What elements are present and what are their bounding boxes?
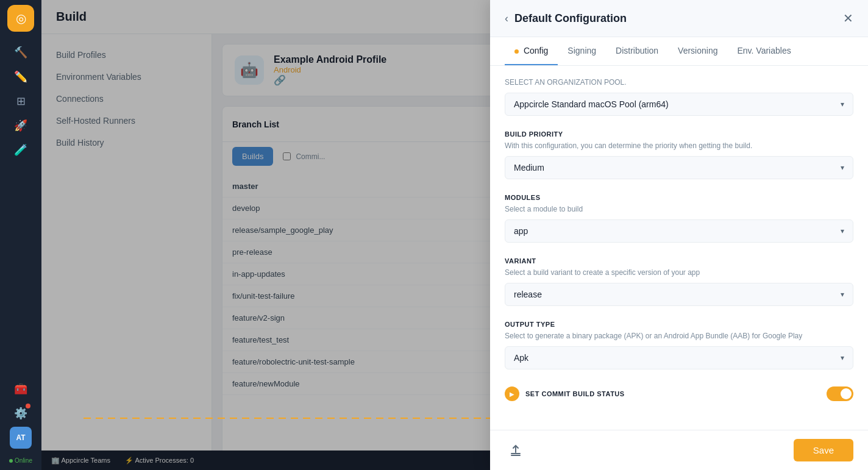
sidebar: ◎ 🔨 ✏️ ⊞ 🚀 🧪 🧰 ⚙️ AT Online [0, 0, 41, 470]
main-content: Build Build Profiles Environment Variabl… [41, 0, 868, 470]
sidebar-item-toolbox[interactable]: 🧰 [10, 378, 32, 400]
commit-build-status-section: ▶ SET COMMIT BUILD STATUS [505, 384, 853, 404]
build-priority-section: BUILD PRIORITY With this configuration, … [505, 130, 853, 179]
tab-versioning[interactable]: Versioning [668, 37, 727, 65]
app-logo: ◎ [7, 5, 34, 32]
arrow-decoration [84, 418, 522, 419]
modules-label: MODULES [505, 194, 853, 201]
sidebar-item-settings[interactable]: ⚙️ [10, 402, 32, 424]
chevron-down-icon: ▾ [841, 100, 844, 109]
tab-signing[interactable]: Signing [558, 37, 606, 65]
sidebar-item-grid[interactable]: ⊞ [10, 90, 32, 112]
modules-desc: Select a module to build [505, 205, 853, 213]
pool-section: SELECT AN ORGANIZATION POOL. Appcircle S… [505, 78, 853, 116]
output-type-select[interactable]: Apk ▾ [505, 346, 853, 369]
export-button[interactable] [505, 440, 527, 461]
sidebar-item-build[interactable]: 🔨 [10, 41, 32, 63]
svg-rect-3 [511, 455, 521, 456]
export-icon [509, 444, 522, 457]
dot-indicator [514, 49, 519, 54]
sidebar-item-test[interactable]: 🧪 [10, 139, 32, 161]
chevron-down-icon: ▾ [841, 290, 844, 299]
chevron-down-icon: ▾ [841, 227, 844, 235]
save-button[interactable]: Save [794, 439, 853, 461]
modal-header: ‹ Default Configuration ✕ [490, 0, 868, 37]
modal-body: SELECT AN ORGANIZATION POOL. Appcircle S… [490, 66, 868, 430]
output-type-desc: Select to generate a binary package (APK… [505, 332, 853, 340]
toggle-label-area: ▶ SET COMMIT BUILD STATUS [505, 386, 625, 401]
tab-config[interactable]: Config [505, 37, 558, 65]
variant-section: VARIANT Select a build variant to create… [505, 257, 853, 306]
pool-section-label: SELECT AN ORGANIZATION POOL. [505, 78, 853, 87]
output-type-section: OUTPUT TYPE Select to generate a binary … [505, 321, 853, 369]
variant-select[interactable]: release ▾ [505, 283, 853, 306]
commit-build-status-label: SET COMMIT BUILD STATUS [525, 390, 625, 397]
svg-rect-2 [511, 453, 521, 454]
commit-build-toggle[interactable] [827, 386, 853, 401]
modal-header-left: ‹ Default Configuration [505, 12, 627, 25]
sidebar-item-deploy[interactable]: 🚀 [10, 115, 32, 137]
back-button[interactable]: ‹ [505, 12, 508, 25]
build-priority-desc: With this configuration, you can determi… [505, 141, 853, 150]
output-type-label: OUTPUT TYPE [505, 321, 853, 328]
modal-panel: ‹ Default Configuration ✕ Config Signing… [490, 0, 868, 470]
chevron-down-icon: ▾ [841, 163, 844, 172]
variant-label: VARIANT [505, 257, 853, 265]
online-status: Online [5, 456, 36, 465]
pool-select[interactable]: Appcircle Standard macOS Pool (arm64) ▾ [505, 93, 853, 116]
close-button[interactable]: ✕ [843, 11, 853, 26]
modules-select[interactable]: app ▾ [505, 219, 853, 243]
sidebar-item-avatar[interactable]: AT [10, 427, 32, 449]
status-dot [9, 459, 13, 463]
build-priority-label: BUILD PRIORITY [505, 130, 853, 138]
tab-env-variables[interactable]: Env. Variables [727, 37, 800, 65]
chevron-down-icon: ▾ [841, 354, 844, 362]
tab-distribution[interactable]: Distribution [606, 37, 668, 65]
modal-footer: Save [490, 430, 868, 470]
modules-section: MODULES Select a module to build app ▾ [505, 194, 853, 243]
build-priority-select[interactable]: Medium ▾ [505, 156, 853, 179]
modal-title: Default Configuration [514, 12, 627, 25]
modal-tabs: Config Signing Distribution Versioning E… [490, 37, 868, 66]
sidebar-item-edit[interactable]: ✏️ [10, 66, 32, 88]
play-icon: ▶ [505, 386, 519, 401]
variant-desc: Select a build variant to create a speci… [505, 268, 853, 277]
